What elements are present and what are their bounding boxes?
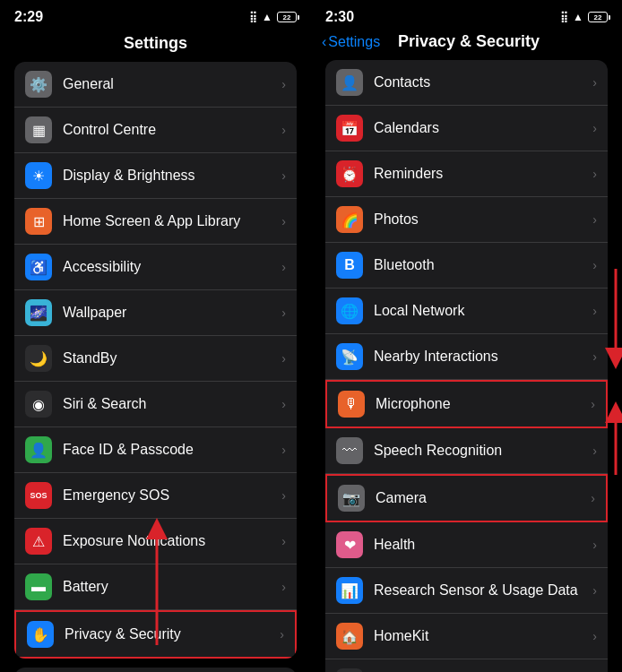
left-status-bar: 2:29 ⣿ ▲ 22 xyxy=(0,0,311,29)
battery-chevron: › xyxy=(281,580,286,594)
general-icon: ⚙️ xyxy=(25,71,52,98)
list-item-display[interactable]: ☀Display & Brightness› xyxy=(14,153,297,199)
standby-icon: 🌙 xyxy=(25,345,52,372)
home-screen-icon: ⊞ xyxy=(25,208,52,235)
list-item-appstore[interactable]: AApp Store› xyxy=(14,668,297,672)
list-item-standby[interactable]: 🌙StandBy› xyxy=(14,336,297,382)
list-item-exposure[interactable]: ⚠Exposure Notifications› xyxy=(14,519,297,564)
list-item-contacts[interactable]: 👤Contacts› xyxy=(325,60,608,106)
list-item-faceid[interactable]: 👤Face ID & Passcode› xyxy=(14,427,297,473)
list-item-research[interactable]: 📊Research Sensor & Usage Data› xyxy=(325,568,608,614)
list-item-wallet2[interactable]: ≡Wallet› xyxy=(325,659,608,672)
bluetooth-icon: B xyxy=(336,252,363,279)
calendars-icon: 📅 xyxy=(336,115,363,142)
right-signal-icon: ⣿ xyxy=(560,11,568,23)
accessibility-chevron: › xyxy=(281,260,286,274)
siri-chevron: › xyxy=(281,397,286,411)
local-network-icon: 🌐 xyxy=(336,297,363,324)
privacy-chevron: › xyxy=(280,627,284,642)
list-item-homekit[interactable]: 🏠HomeKit› xyxy=(325,614,608,659)
list-item-calendars[interactable]: 📅Calendars› xyxy=(325,106,608,151)
signal-icon: ⣿ xyxy=(249,11,257,23)
list-item-speech[interactable]: 〰Speech Recognition› xyxy=(325,428,608,474)
list-item-local-network[interactable]: 🌐Local Network› xyxy=(325,289,608,334)
list-item-reminders[interactable]: ⏰Reminders› xyxy=(325,151,608,197)
left-header: Settings xyxy=(0,29,311,62)
left-bottom-section: AApp Store›≡Wallet› xyxy=(14,668,297,672)
list-item-siri[interactable]: ◉Siri & Search› xyxy=(14,382,297,427)
list-item-health[interactable]: ❤Health› xyxy=(325,522,608,568)
list-item-battery[interactable]: ▬Battery› xyxy=(14,564,297,610)
list-item-accessibility[interactable]: ♿Accessibility› xyxy=(14,245,297,290)
right-settings-list[interactable]: 👤Contacts›📅Calendars›⏰Reminders›🌈Photos›… xyxy=(311,60,622,672)
sos-chevron: › xyxy=(281,488,286,503)
siri-icon: ◉ xyxy=(25,391,52,418)
bluetooth-chevron: › xyxy=(592,258,597,272)
wallet2-icon: ≡ xyxy=(336,668,363,672)
reminders-icon: ⏰ xyxy=(336,160,363,187)
battery-icon: 22 xyxy=(277,12,297,22)
calendars-chevron: › xyxy=(592,121,597,135)
calendars-label: Calendars xyxy=(374,120,592,136)
faceid-chevron: › xyxy=(281,443,286,457)
list-item-privacy[interactable]: ✋Privacy & Security› xyxy=(14,610,297,659)
list-item-microphone[interactable]: 🎙Microphone› xyxy=(325,380,608,428)
photos-label: Photos xyxy=(374,211,592,228)
contacts-label: Contacts xyxy=(374,74,592,90)
list-item-nearby[interactable]: 📡Nearby Interactions› xyxy=(325,334,608,380)
right-panel-wrapper: 2:30 ⣿ ▲ 22 ‹ Settings Privacy & Securit… xyxy=(311,0,622,672)
list-item-general[interactable]: ⚙️General› xyxy=(14,62,297,108)
home-screen-chevron: › xyxy=(281,214,286,228)
standby-label: StandBy xyxy=(63,350,281,366)
research-label: Research Sensor & Usage Data xyxy=(374,582,592,599)
right-time: 2:30 xyxy=(325,9,354,25)
list-item-photos[interactable]: 🌈Photos› xyxy=(325,197,608,243)
right-main-section: 👤Contacts›📅Calendars›⏰Reminders›🌈Photos›… xyxy=(325,60,608,672)
microphone-label: Microphone xyxy=(376,396,591,412)
list-item-sos[interactable]: SOSEmergency SOS› xyxy=(14,473,297,519)
speech-label: Speech Recognition xyxy=(374,443,592,459)
right-page-title: Privacy & Security xyxy=(380,32,557,51)
left-time: 2:29 xyxy=(14,9,43,25)
control-centre-label: Control Centre xyxy=(63,122,281,138)
camera-label: Camera xyxy=(376,490,591,506)
back-label: Settings xyxy=(328,34,380,50)
speech-chevron: › xyxy=(592,444,597,458)
list-item-bluetooth[interactable]: BBluetooth› xyxy=(325,243,608,289)
exposure-chevron: › xyxy=(281,534,286,548)
health-label: Health xyxy=(374,537,592,553)
list-item-home-screen[interactable]: ⊞Home Screen & App Library› xyxy=(14,199,297,245)
display-icon: ☀ xyxy=(25,162,52,189)
battery-label: Battery xyxy=(63,579,281,595)
bluetooth-label: Bluetooth xyxy=(374,257,592,273)
left-panel-wrapper: 2:29 ⣿ ▲ 22 Settings ⚙️General›▦Control … xyxy=(0,0,311,672)
homekit-chevron: › xyxy=(592,629,597,643)
list-item-control-centre[interactable]: ▦Control Centre› xyxy=(14,108,297,153)
list-item-wallpaper[interactable]: 🌌Wallpaper› xyxy=(14,290,297,336)
right-status-bar: 2:30 ⣿ ▲ 22 xyxy=(311,0,622,29)
camera-icon: 📷 xyxy=(338,485,365,512)
general-label: General xyxy=(63,76,281,92)
nearby-chevron: › xyxy=(592,349,597,364)
homekit-icon: 🏠 xyxy=(336,623,363,650)
research-chevron: › xyxy=(592,583,597,598)
homekit-label: HomeKit xyxy=(374,628,592,644)
contacts-icon: 👤 xyxy=(336,69,363,96)
display-label: Display & Brightness xyxy=(63,168,281,184)
exposure-icon: ⚠ xyxy=(25,528,52,555)
right-nav-header: ‹ Settings Privacy & Security xyxy=(311,29,622,60)
left-status-icons: ⣿ ▲ 22 xyxy=(249,11,297,23)
sos-label: Emergency SOS xyxy=(63,487,281,504)
wallpaper-icon: 🌌 xyxy=(25,299,52,326)
back-button[interactable]: ‹ Settings xyxy=(322,34,380,50)
wallpaper-chevron: › xyxy=(281,306,286,320)
privacy-label: Privacy & Security xyxy=(65,626,280,642)
exposure-label: Exposure Notifications xyxy=(63,533,281,549)
display-chevron: › xyxy=(281,168,286,183)
general-chevron: › xyxy=(281,77,286,91)
control-centre-icon: ▦ xyxy=(25,116,52,143)
nearby-icon: 📡 xyxy=(336,343,363,370)
control-centre-chevron: › xyxy=(281,123,286,137)
left-settings-list[interactable]: ⚙️General›▦Control Centre›☀Display & Bri… xyxy=(0,62,311,672)
list-item-camera[interactable]: 📷Camera› xyxy=(325,474,608,522)
